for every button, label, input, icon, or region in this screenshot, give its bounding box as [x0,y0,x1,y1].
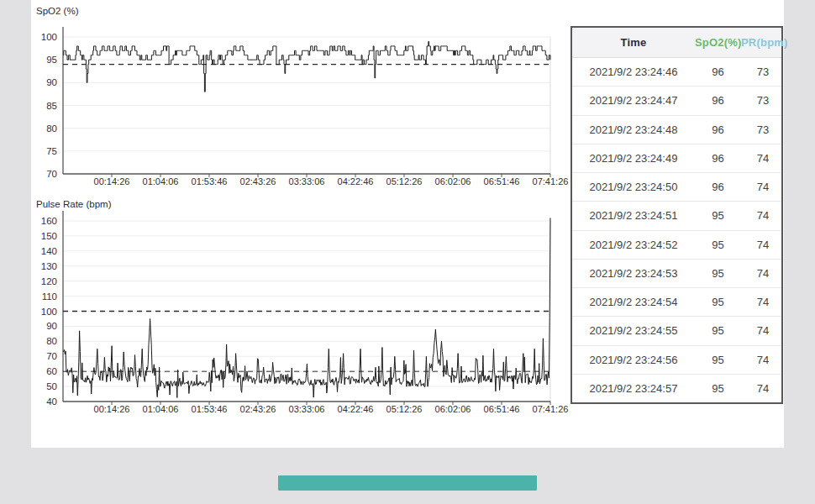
cell-pr: 74 [741,152,785,165]
report-panel: 70758085909510000:14:2601:04:0601:53:460… [31,0,784,448]
svg-text:02:43:26: 02:43:26 [240,176,276,186]
cell-time: 2021/9/2 23:24:48 [572,123,695,136]
svg-text:70: 70 [46,351,57,361]
vitals-table-header: Time SpO2(%) PR(bpm) [572,28,781,58]
cell-time: 2021/9/2 23:24:53 [572,267,695,280]
svg-text:60: 60 [46,366,57,376]
svg-text:160: 160 [41,216,57,226]
svg-text:90: 90 [46,77,57,87]
svg-text:02:43:26: 02:43:26 [240,404,276,414]
table-row: 2021/9/2 23:24:559574 [572,317,781,345]
cell-spo2: 95 [695,209,741,222]
svg-text:80: 80 [46,123,57,134]
cell-pr: 74 [741,181,785,193]
cell-time: 2021/9/2 23:24:51 [572,209,695,222]
svg-text:06:02:06: 06:02:06 [435,404,471,414]
table-row: 2021/9/2 23:24:499674 [572,144,781,173]
cell-spo2: 96 [695,66,741,78]
svg-text:06:51:46: 06:51:46 [484,176,520,186]
column-header-spo2: SpO2(%) [695,36,741,49]
cell-pr: 74 [741,239,785,251]
svg-text:01:53:46: 01:53:46 [192,176,228,186]
svg-text:00:14:26: 00:14:26 [94,404,130,414]
cell-spo2: 96 [695,181,741,193]
spo2-chart: 70758085909510000:14:2601:04:0601:53:460… [31,2,573,193]
cell-pr: 74 [741,296,785,308]
oximeter-report-screen: 70758085909510000:14:2601:04:0601:53:460… [0,0,815,504]
vitals-table: Time SpO2(%) PR(bpm) 2021/9/2 23:24:4696… [570,26,783,404]
svg-text:130: 130 [41,261,57,271]
cell-pr: 74 [741,354,785,366]
cell-time: 2021/9/2 23:24:55 [572,324,695,337]
cell-time: 2021/9/2 23:24:56 [572,354,695,366]
bottom-scroll-indicator[interactable] [278,475,537,491]
svg-text:150: 150 [41,231,57,241]
cell-spo2: 96 [695,94,741,107]
svg-text:03:33:06: 03:33:06 [289,404,325,414]
cell-pr: 73 [741,66,785,78]
svg-text:120: 120 [41,276,57,286]
cell-pr: 73 [741,94,785,107]
cell-spo2: 95 [695,296,741,308]
svg-text:70: 70 [46,169,57,179]
svg-text:04:22:46: 04:22:46 [338,404,374,414]
cell-time: 2021/9/2 23:24:54 [572,296,695,308]
table-row: 2021/9/2 23:24:509674 [572,173,781,202]
table-row: 2021/9/2 23:24:549574 [572,288,781,317]
svg-text:Pulse Rate (bpm): Pulse Rate (bpm) [36,199,112,209]
cell-spo2: 96 [695,123,741,136]
svg-text:05:12:26: 05:12:26 [386,176,423,186]
table-row: 2021/9/2 23:24:529574 [572,231,781,260]
svg-text:100: 100 [41,32,57,42]
cell-time: 2021/9/2 23:24:49 [572,152,695,165]
svg-text:95: 95 [46,55,57,65]
cell-pr: 74 [741,382,785,395]
svg-text:75: 75 [46,146,57,156]
svg-text:01:04:06: 01:04:06 [143,404,179,414]
column-header-pr: PR(bpm) [741,36,785,49]
cell-spo2: 96 [695,152,741,165]
cell-spo2: 95 [695,239,741,251]
cell-time: 2021/9/2 23:24:46 [572,66,695,78]
cell-time: 2021/9/2 23:24:50 [572,181,695,193]
svg-text:07:41:26: 07:41:26 [533,176,569,186]
svg-text:SpO2 (%): SpO2 (%) [36,6,79,16]
svg-text:140: 140 [41,246,57,256]
table-row: 2021/9/2 23:24:489673 [572,116,781,144]
table-row: 2021/9/2 23:24:479673 [572,87,781,115]
table-row: 2021/9/2 23:24:579574 [572,375,781,402]
cell-time: 2021/9/2 23:24:57 [572,382,695,395]
svg-text:50: 50 [46,381,57,391]
svg-text:05:12:26: 05:12:26 [386,404,423,414]
vitals-table-body[interactable]: 2021/9/2 23:24:4696732021/9/2 23:24:4796… [572,58,781,402]
svg-text:80: 80 [46,336,57,346]
svg-text:110: 110 [42,291,57,302]
pulse-rate-chart: 40506070809010011012013014015016000:14:2… [31,195,573,422]
svg-text:06:51:46: 06:51:46 [484,404,520,414]
cell-spo2: 95 [695,267,741,280]
svg-text:90: 90 [46,321,57,331]
svg-text:85: 85 [46,101,57,111]
cell-pr: 74 [741,209,785,222]
table-row: 2021/9/2 23:24:569574 [572,346,781,375]
svg-text:01:53:46: 01:53:46 [192,404,228,414]
cell-time: 2021/9/2 23:24:52 [572,239,695,251]
svg-text:01:04:06: 01:04:06 [143,176,179,186]
svg-text:00:14:26: 00:14:26 [94,176,130,186]
svg-text:04:22:46: 04:22:46 [338,176,374,186]
cell-pr: 74 [741,324,785,337]
svg-text:07:41:26: 07:41:26 [533,404,569,414]
svg-text:100: 100 [41,307,57,317]
cell-pr: 74 [741,267,785,280]
table-row: 2021/9/2 23:24:519574 [572,202,781,230]
column-header-time: Time [572,36,695,49]
cell-time: 2021/9/2 23:24:47 [572,94,695,107]
cell-spo2: 95 [695,354,741,366]
svg-text:06:02:06: 06:02:06 [435,176,471,186]
cell-spo2: 95 [695,382,741,395]
table-row: 2021/9/2 23:24:469673 [572,58,781,87]
svg-text:40: 40 [46,396,57,407]
cell-spo2: 95 [695,324,741,337]
svg-text:03:33:06: 03:33:06 [289,176,325,186]
table-row: 2021/9/2 23:24:539574 [572,260,781,288]
